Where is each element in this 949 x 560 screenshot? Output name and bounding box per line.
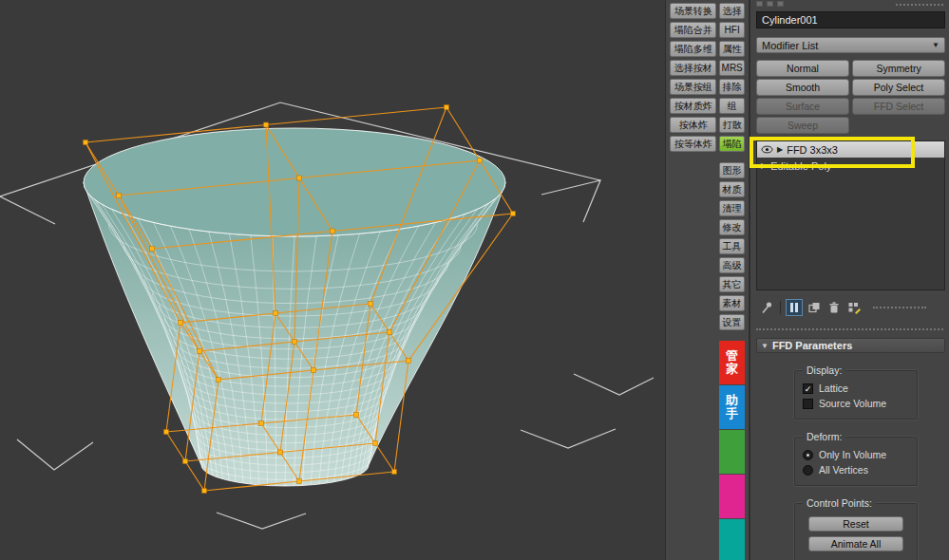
cropped-icon [756, 1, 763, 7]
modifier-button-surface[interactable]: Surface [756, 98, 849, 115]
radio-selected-icon[interactable] [803, 450, 813, 460]
modifier-button-normal[interactable]: Normal [756, 60, 849, 77]
rollout-splitter-handle[interactable] [873, 307, 926, 308]
toolbar-button[interactable]: 选择 [719, 3, 745, 19]
cropped-panel-top [756, 0, 943, 9]
rollout-ffd-parameters-header[interactable]: ▼ FFD Parameters [756, 338, 945, 353]
rollout-open-arrow-icon: ▼ [761, 342, 769, 350]
checkbox-label: Lattice [819, 383, 848, 394]
toolbar-button[interactable]: 场景转换 [670, 3, 716, 19]
group-title: Display: [803, 364, 845, 376]
command-panel: Modifier List ▼ Normal Symmetry Smooth P… [749, 0, 949, 560]
toolbar-button-collapse-active[interactable]: 塌陷 [719, 136, 745, 152]
plugin-toolbar: 场景转换 选择 塌陷合并 HFI 塌陷多维 属性 选择按材 MRS 场景按组 排… [665, 0, 749, 560]
all-vertices-radio[interactable]: All Vertices [803, 464, 909, 476]
lattice-checkbox[interactable]: Lattice [803, 383, 909, 394]
empty-cell [852, 117, 945, 134]
toolbar-button[interactable]: 场景按组 [670, 79, 716, 95]
3dsmax-window: 场景转换 选择 塌陷合并 HFI 塌陷多维 属性 选择按材 MRS 场景按组 排… [0, 0, 949, 560]
stack-item-label: Editable Poly [770, 160, 831, 172]
make-unique-icon[interactable] [806, 299, 823, 316]
toolbar-button[interactable]: 排除 [719, 79, 745, 95]
toolbar-button[interactable]: MRS [719, 60, 745, 76]
checkbox-unchecked-icon[interactable] [803, 399, 813, 409]
toolbar-button[interactable]: 设置 [719, 314, 745, 330]
reset-button[interactable]: Reset [808, 516, 903, 532]
only-in-volume-radio[interactable]: Only In Volume [803, 449, 909, 460]
pin-stack-icon[interactable] [758, 299, 775, 316]
chevron-down-icon: ▼ [932, 41, 940, 49]
configure-modifier-sets-icon[interactable] [845, 299, 863, 316]
toolbar-button[interactable]: 材质 [719, 181, 745, 197]
visibility-eye-icon[interactable] [761, 145, 773, 154]
toolbar-button[interactable]: 塌陷合并 [670, 22, 716, 38]
show-end-result-icon[interactable] [786, 299, 803, 316]
toolbar-block-magenta[interactable] [719, 475, 745, 518]
block-label: 管家 [725, 349, 739, 376]
stack-item-ffd[interactable]: ▶ FFD 3x3x3 [757, 141, 944, 158]
toolbar-button[interactable]: 组 [719, 98, 745, 114]
toolbar-button[interactable]: 打散 [719, 117, 745, 133]
modifier-set-buttons: Normal Symmetry Smooth Poly Select Surfa… [756, 60, 945, 134]
viewport-3d[interactable] [0, 0, 665, 560]
radio-label: All Vertices [819, 464, 868, 476]
group-title: Control Points: [803, 497, 876, 509]
modifier-button-smooth[interactable]: Smooth [756, 79, 849, 96]
toolbar-block-green[interactable] [719, 430, 745, 474]
toolbar-button[interactable]: 修改 [719, 219, 745, 235]
toolbar-button[interactable]: 高级 [719, 257, 745, 273]
checkbox-label: Source Volume [819, 398, 886, 409]
display-group: Display: Lattice Source Volume [794, 370, 918, 420]
toolbar-button[interactable]: 素材 [719, 295, 745, 311]
modifier-stack[interactable]: ▶ FFD 3x3x3 ▶ Editable Poly [756, 140, 945, 290]
toolbar-button[interactable]: HFI [719, 22, 745, 38]
toolbar-button[interactable]: 清理 [719, 200, 745, 216]
toolbar-button[interactable]: 图形 [719, 162, 745, 178]
toolbar-button[interactable]: 塌陷多维 [670, 41, 716, 57]
toolbar-block-manager[interactable]: 管家 [719, 341, 745, 384]
block-label: 助手 [725, 394, 739, 420]
cropped-icon [767, 1, 773, 7]
divider [780, 301, 781, 314]
expand-arrow-icon[interactable]: ▶ [777, 146, 783, 154]
divider-dotted [756, 328, 943, 330]
group-title: Deform: [803, 431, 845, 442]
object-name-field[interactable] [756, 11, 945, 28]
toolbar-button[interactable]: 工具 [719, 238, 745, 254]
modifier-button-sweep[interactable]: Sweep [756, 117, 849, 134]
cropped-icon [777, 1, 784, 7]
source-volume-checkbox[interactable]: Source Volume [803, 398, 909, 409]
panel-splitter-handle[interactable] [896, 4, 943, 6]
animate-all-button[interactable]: Animate All [808, 536, 903, 551]
checkbox-checked-icon[interactable] [803, 383, 813, 394]
expand-arrow-icon[interactable]: ▶ [761, 162, 767, 170]
modifier-list-dropdown[interactable]: Modifier List ▼ [756, 37, 945, 53]
toolbar-button[interactable]: 按材质炸 [670, 98, 716, 114]
control-points-group: Control Points: Reset Animate All [794, 503, 918, 560]
toolbar-button[interactable]: 按等体炸 [670, 136, 716, 152]
rollout-title: FFD Parameters [772, 340, 852, 351]
toolbar-button[interactable]: 属性 [719, 41, 745, 57]
stack-toolbar [756, 298, 943, 317]
toolbar-button[interactable]: 选择按材 [670, 60, 716, 76]
stack-item-editable-poly[interactable]: ▶ Editable Poly [757, 158, 944, 174]
radio-unselected-icon[interactable] [803, 465, 813, 476]
toolbar-button[interactable]: 按体炸 [670, 117, 716, 133]
modifier-button-poly-select[interactable]: Poly Select [852, 79, 945, 96]
stack-item-label: FFD 3x3x3 [787, 144, 838, 156]
modifier-button-ffd-select[interactable]: FFD Select [852, 98, 945, 115]
modifier-button-symmetry[interactable]: Symmetry [852, 60, 945, 77]
toolbar-block-assistant[interactable]: 助手 [719, 385, 745, 429]
modifier-list-label: Modifier List [762, 40, 818, 51]
remove-modifier-icon[interactable] [826, 299, 843, 316]
toolbar-block-teal[interactable] [719, 519, 745, 560]
toolbar-button[interactable]: 其它 [719, 276, 745, 292]
deform-group: Deform: Only In Volume All Vertices [794, 437, 918, 486]
radio-label: Only In Volume [819, 449, 886, 460]
